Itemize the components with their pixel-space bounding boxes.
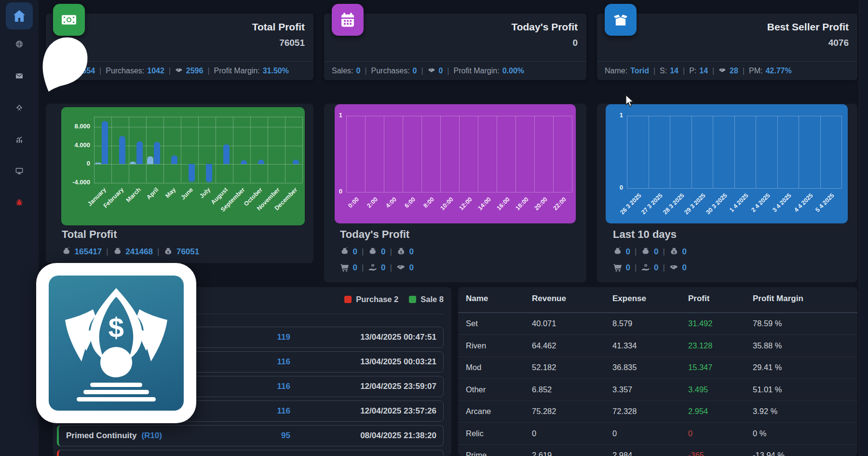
separator: | [390, 247, 392, 257]
item-date: 12/04/2025 23:59:07 [360, 376, 436, 397]
chart-bar-january [102, 121, 108, 165]
section-title: Today's Profit [340, 228, 409, 241]
legend-item[interactable]: Sale 8 [409, 295, 444, 304]
sack-purchase-icon [113, 247, 122, 257]
x-axis-tick: 16:00 [495, 196, 511, 212]
item-price: 119 [277, 327, 290, 347]
cart-icon [340, 263, 350, 273]
cell-profit: 15.347 [688, 357, 712, 378]
sack-sale-icon [340, 247, 350, 257]
gridline [403, 116, 403, 192]
sidebar-item-home[interactable] [6, 2, 33, 29]
x-axis-tick: 10:00 [439, 196, 455, 212]
gridline [572, 116, 572, 192]
cell-expense: 41.334 [612, 335, 637, 357]
transaction-row[interactable]: Primed Continuity(R10)9508/04/2025 21:38… [57, 425, 444, 446]
separator: | [362, 263, 364, 273]
gridline [627, 116, 627, 188]
calendar-icon [332, 4, 364, 36]
gridline [346, 116, 572, 116]
category-table-panel: NameRevenueExpenseProfitProfit Margin Se… [458, 287, 857, 456]
item-date: 08/04/2025 21:38:20 [360, 426, 436, 446]
sidebar-item-market[interactable] [15, 40, 24, 48]
section-title: Total Profit [62, 228, 117, 241]
gridline [94, 164, 302, 165]
y-axis-tick: 4.000 [64, 141, 90, 149]
gridline [713, 116, 713, 188]
stat-label: Name: [605, 67, 627, 75]
stat-value: 0 [356, 67, 360, 75]
globe-icon [15, 40, 24, 48]
svg-text:$: $ [673, 249, 675, 254]
separator: | [712, 67, 714, 75]
section-stat-row: 0|$0|0 [340, 260, 582, 276]
chart-bar-january [95, 163, 101, 164]
cell-name: Mod [466, 357, 481, 378]
hand-coin-icon: $ [641, 263, 651, 273]
cell-profit: 0 [688, 423, 692, 444]
card-value: 76051 [279, 38, 305, 48]
sidebar-item-messages[interactable] [15, 72, 24, 80]
stat-value: 0 [626, 263, 630, 273]
x-axis-tick: March [125, 186, 142, 204]
sidebar-item-statistics[interactable] [15, 136, 24, 144]
x-axis-tick: April [145, 186, 160, 201]
table-row: Prime2.6192.984-365-13.94 % [458, 444, 857, 456]
stat-label: P: [689, 67, 696, 75]
chart-bar-march [136, 141, 143, 164]
gridline [820, 116, 821, 188]
x-axis-tick: 0:00 [347, 196, 361, 209]
cell-profit-margin: 0 % [753, 423, 766, 444]
stat-value: 76051 [176, 247, 199, 257]
x-axis-tick: 26 3 2025 [619, 192, 642, 216]
legend-label: Sale 8 [420, 295, 444, 304]
x-axis-tick: July [198, 186, 212, 200]
scrollbar-track[interactable] [859, 0, 868, 456]
legend-item[interactable]: Purchase 2 [344, 295, 398, 304]
money-bag-icon: $ [669, 247, 679, 257]
sidebar-item-display[interactable] [15, 167, 24, 175]
card-title: Total Profit [252, 21, 305, 33]
chart-bar-october [258, 160, 264, 164]
handshake-icon [719, 67, 727, 75]
chart-bar-december [293, 160, 299, 164]
chart-legend: Purchase 2Sale 8 [344, 295, 444, 304]
cell-revenue: 40.071 [532, 313, 556, 334]
mouse-pointer-icon [625, 95, 636, 110]
sidebar-item-warframe[interactable] [15, 104, 24, 112]
bar-chart-icon [15, 136, 24, 144]
separator: | [653, 67, 655, 75]
card-stats: Sales:1554|Purchases:1042|2596|Profit Ma… [54, 61, 309, 80]
stat-value: Torid [630, 67, 649, 75]
x-axis-tick: 4 4 2025 [793, 192, 814, 213]
chart-bar-april [154, 142, 160, 164]
stat-label: Sales: [332, 67, 353, 75]
item-date: 12/04/2025 23:57:26 [360, 401, 436, 421]
gridline [777, 116, 778, 188]
stat-label: S: [660, 67, 667, 75]
svg-text:$: $ [400, 249, 402, 254]
separator: | [99, 67, 101, 75]
card-stats: Sales:0|Purchases:0|0|Profit Margin:0.00… [332, 61, 582, 80]
x-axis-tick: 6:00 [404, 196, 417, 209]
cell-name: Set [466, 313, 478, 334]
sidebar-item-debug[interactable] [15, 198, 24, 207]
separator: | [421, 67, 423, 75]
handshake-icon [396, 263, 406, 273]
gridline [692, 116, 692, 188]
stat-value: 241468 [125, 247, 153, 257]
column-header: Profit Margin [753, 294, 803, 304]
section-title: Last 10 days [613, 228, 677, 241]
card-value: 4076 [828, 38, 849, 48]
stat-label: Profit Margin: [454, 67, 500, 75]
chart-bar-march [130, 162, 136, 164]
stat-value: 31.50% [263, 67, 289, 75]
cell-revenue: 2.619 [532, 444, 552, 456]
gridline [799, 116, 799, 188]
y-axis-tick: 8.000 [64, 123, 90, 130]
cell-expense: 72.328 [612, 401, 637, 422]
transaction-row[interactable] [57, 450, 444, 456]
gridline [346, 116, 347, 192]
gridline [421, 116, 422, 192]
stat-value: 0.00% [502, 67, 524, 75]
